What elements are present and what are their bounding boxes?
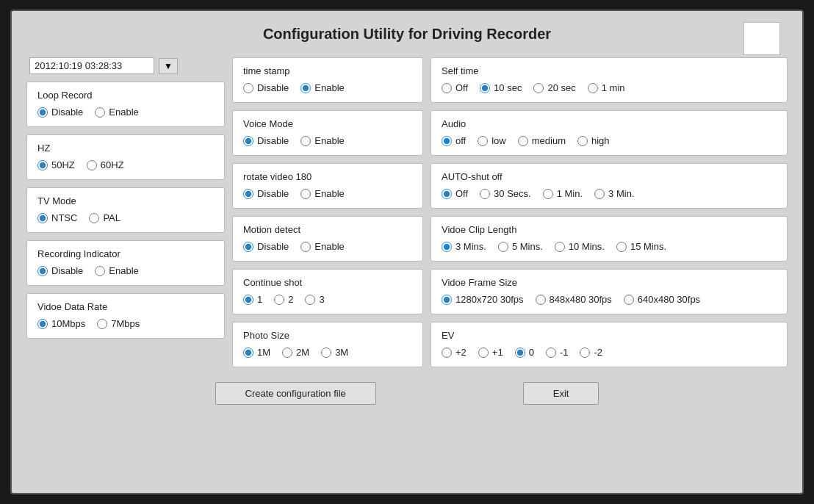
loop-record-group: Disable Enable (37, 107, 214, 118)
hz-section: HZ 50HZ 60HZ (26, 134, 225, 180)
ev-minus2[interactable]: -2 (580, 347, 602, 358)
ev-plus1[interactable]: +1 (478, 347, 503, 358)
video-frame-size-section: Vidoe Frame Size 1280x720 30fps 848x480 … (431, 269, 788, 314)
recording-indicator-group: Disable Enable (37, 265, 214, 276)
main-content: ▼ Loop Record Disable Enable HZ (19, 57, 795, 367)
cs-3[interactable]: 3 (305, 294, 324, 305)
time-stamp-group: Disable Enable (243, 82, 412, 93)
ev-plus2[interactable]: +2 (442, 347, 467, 358)
time-stamp-section: time stamp Disable Enable (232, 57, 423, 103)
video-data-rate-group: 10Mbps 7Mbps (37, 318, 214, 329)
ev-label: EV (442, 330, 777, 341)
audio-group: off low medium high (442, 135, 777, 146)
video-data-rate-section: Vidoe Data Rate 10Mbps 7Mbps (26, 293, 225, 339)
self-time-group: Off 10 sec 20 sec 1 min (442, 82, 777, 93)
vfs-848[interactable]: 848x480 30fps (536, 294, 612, 305)
vdr-10mbps[interactable]: 10Mbps (37, 318, 85, 329)
video-frame-size-group: 1280x720 30fps 848x480 30fps 640x480 30f… (442, 294, 777, 305)
st-1min[interactable]: 1 min (588, 82, 625, 93)
audio-section: Audio off low medium high (431, 110, 788, 156)
video-data-rate-label: Vidoe Data Rate (37, 301, 214, 312)
ps-1m[interactable]: 1M (243, 347, 270, 358)
audio-low[interactable]: low (478, 135, 506, 146)
tv-ntsc[interactable]: NTSC (37, 212, 77, 223)
motion-detect-label: Motion detect (243, 224, 412, 235)
rv-enable[interactable]: Enable (300, 188, 344, 199)
tv-pal[interactable]: PAL (89, 212, 120, 223)
video-frame-size-label: Vidoe Frame Size (442, 277, 777, 288)
ps-2m[interactable]: 2M (282, 347, 309, 358)
continue-shot-label: Continue shot (243, 277, 412, 288)
ts-enable[interactable]: Enable (300, 82, 344, 93)
loop-record-label: Loop Record (37, 90, 214, 101)
datetime-picker-btn[interactable]: ▼ (159, 58, 178, 74)
audio-medium[interactable]: medium (518, 135, 566, 146)
motion-detect-section: Motion detect Disable Enable (232, 216, 423, 262)
vcl-15min[interactable]: 15 Mins. (616, 241, 666, 252)
vdr-7mbps[interactable]: 7Mbps (97, 318, 140, 329)
video-clip-length-label: Vidoe Clip Length (442, 224, 777, 235)
voice-mode-label: Voice Mode (243, 118, 412, 129)
exit-button[interactable]: Exit (523, 382, 599, 405)
vcl-10min[interactable]: 10 Mins. (555, 241, 605, 252)
create-config-button[interactable]: Create configuration file (215, 382, 376, 405)
ev-minus1[interactable]: -1 (546, 347, 569, 358)
ts-disable[interactable]: Disable (243, 82, 289, 93)
loop-record-disable[interactable]: Disable (37, 107, 83, 118)
left-column: ▼ Loop Record Disable Enable HZ (26, 57, 225, 367)
tv-mode-group: NTSC PAL (37, 212, 214, 223)
ev-0[interactable]: 0 (515, 347, 534, 358)
continue-shot-section: Continue shot 1 2 3 (232, 269, 423, 314)
continue-shot-group: 1 2 3 (243, 294, 412, 305)
vm-disable[interactable]: Disable (243, 135, 289, 146)
photo-size-label: Photo Size (243, 330, 412, 341)
vm-enable[interactable]: Enable (300, 135, 344, 146)
motion-detect-group: Disable Enable (243, 241, 412, 252)
rv-disable[interactable]: Disable (243, 188, 289, 199)
aso-3min[interactable]: 3 Min. (594, 188, 634, 199)
vcl-3min[interactable]: 3 Mins. (442, 241, 486, 252)
audio-high[interactable]: high (577, 135, 610, 146)
title-bar: Configuration Utility for Driving Record… (19, 18, 795, 57)
photo-size-group: 1M 2M 3M (243, 347, 412, 358)
ps-3m[interactable]: 3M (321, 347, 348, 358)
logo-box (743, 22, 780, 55)
recording-indicator-section: Recording Indicator Disable Enable (26, 240, 225, 286)
st-20sec[interactable]: 20 sec (533, 82, 575, 93)
cs-2[interactable]: 2 (274, 294, 293, 305)
footer: Create configuration file Exit (19, 367, 795, 412)
hz-60[interactable]: 60HZ (87, 159, 124, 170)
time-stamp-label: time stamp (243, 65, 412, 76)
vfs-1280[interactable]: 1280x720 30fps (442, 294, 524, 305)
md-enable[interactable]: Enable (300, 241, 344, 252)
auto-shut-off-label: AUTO-shut off (442, 171, 777, 182)
vfs-640[interactable]: 640x480 30fps (624, 294, 700, 305)
mid-column: time stamp Disable Enable Voice Mode Dis… (232, 57, 423, 367)
voice-mode-group: Disable Enable (243, 135, 412, 146)
tv-mode-label: TV Mode (37, 195, 214, 206)
right-column: Self time Off 10 sec 20 sec 1 min (431, 57, 788, 367)
rec-indicator-enable[interactable]: Enable (95, 265, 138, 276)
aso-1min[interactable]: 1 Min. (543, 188, 583, 199)
vcl-5min[interactable]: 5 Mins. (498, 241, 543, 252)
ev-section: EV +2 +1 0 -1 -2 (431, 322, 788, 367)
recording-indicator-label: Recording Indicator (37, 248, 214, 259)
cs-1[interactable]: 1 (243, 294, 262, 305)
st-10sec[interactable]: 10 sec (480, 82, 522, 93)
md-disable[interactable]: Disable (243, 241, 289, 252)
rotate-video-group: Disable Enable (243, 188, 412, 199)
datetime-input[interactable] (29, 57, 154, 74)
rec-indicator-disable[interactable]: Disable (37, 265, 83, 276)
hz-50[interactable]: 50HZ (37, 159, 75, 170)
photo-size-section: Photo Size 1M 2M 3M (232, 322, 423, 367)
aso-30secs[interactable]: 30 Secs. (480, 188, 531, 199)
tv-mode-section: TV Mode NTSC PAL (26, 187, 225, 233)
main-window: Configuration Utility for Driving Record… (10, 10, 804, 494)
voice-mode-section: Voice Mode Disable Enable (232, 110, 423, 156)
loop-record-enable[interactable]: Enable (95, 107, 138, 118)
loop-record-section: Loop Record Disable Enable (26, 82, 225, 127)
audio-off[interactable]: off (442, 135, 466, 146)
st-off[interactable]: Off (442, 82, 468, 93)
aso-off[interactable]: Off (442, 188, 468, 199)
self-time-section: Self time Off 10 sec 20 sec 1 min (431, 57, 788, 103)
